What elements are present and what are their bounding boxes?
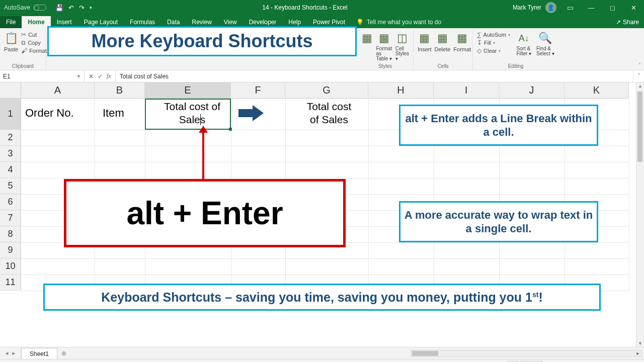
cell-E1-line1[interactable]: Total cost of [152,101,232,113]
vertical-scrollbar[interactable]: ▲ ▼ [636,82,644,347]
save-icon[interactable]: 💾 [55,4,63,12]
insert-label: Insert [418,46,432,52]
row-header-4[interactable]: 4 [0,162,21,178]
cell-B1[interactable]: Item [103,107,124,120]
tip1-text: alt + Enter adds a Line Break within a c… [404,112,594,139]
cut-button[interactable]: ✂Cut [21,31,47,38]
format-as-table-button[interactable]: ▦Format asTable ▾ [376,31,392,61]
paste-label: Paste [4,46,18,52]
format-button[interactable]: ▦Format [453,31,471,52]
add-sheet-button[interactable]: ⊕ [57,347,70,359]
col-header-B[interactable]: B [95,82,145,99]
col-header-J[interactable]: J [499,82,565,99]
user-name: Mark Tyrer [513,4,541,11]
clear-button[interactable]: ◇Clear▾ [477,47,512,54]
row-header-11[interactable]: 11 [0,275,21,291]
avatar-icon: 👤 [545,2,556,13]
minimize-icon: — [588,4,595,12]
row-header-2[interactable]: 2 [0,130,21,146]
undo-icon[interactable]: ↶ [68,4,74,12]
ribbon-group-cells: ▦Insert ▦Delete ▦Format Cells [414,30,473,70]
cell-G1-line1[interactable]: Total cost [289,101,369,113]
find-select-button[interactable]: 🔍Find &Select ▾ [536,31,554,56]
sheet-next-icon: ► [12,350,17,356]
accept-formula-icon[interactable]: ✓ [98,73,103,80]
copy-button[interactable]: ⧉Copy [21,39,47,46]
col-header-E[interactable]: E [145,82,231,99]
tell-me-search[interactable]: 💡 Tell me what you want to do [351,16,446,28]
tab-file[interactable]: File [0,16,22,28]
expand-formula-bar-button[interactable]: ˅ [633,70,644,82]
col-header-F[interactable]: F [231,82,285,99]
horizontal-scrollbar[interactable]: ◄ ► [411,350,642,357]
cut-icon: ✂ [21,31,26,38]
conditional-formatting-button[interactable]: ▦ [361,31,373,45]
scroll-down-icon[interactable]: ▼ [636,341,644,346]
user-area[interactable]: Mark Tyrer 👤 [513,2,559,13]
sheet-prev-icon: ◄ [5,350,10,356]
cells-group-label: Cells [418,63,468,69]
col-header-I[interactable]: I [434,82,499,99]
delete-button[interactable]: ▦Delete [435,31,451,52]
cell-styles-button[interactable]: ◫CellStyles ▾ [395,31,409,61]
find-icon: 🔍 [538,31,552,45]
row-header-10[interactable]: 10 [0,258,21,275]
worksheet-grid[interactable]: ABEFGHIJK 1234567891011 Order No. Item T… [0,82,644,347]
scroll-thumb[interactable] [637,92,642,162]
sheet-nav[interactable]: ◄► [0,347,21,359]
close-icon: ✕ [631,4,636,12]
formula-input[interactable]: Total cost of Sales [116,70,633,82]
row-header-3[interactable]: 3 [0,146,21,162]
format-painter-label: Format [29,48,47,54]
document-title: 14 - Keyboard Shortcuts - Excel [97,4,513,11]
name-box[interactable]: E1 ▼ [0,70,85,82]
format-icon: ▦ [457,31,467,45]
row-header-6[interactable]: 6 [0,194,21,210]
insert-button[interactable]: ▦Insert [418,31,432,52]
row-header-1[interactable]: 1 [0,99,21,130]
row-header-7[interactable]: 7 [0,210,21,226]
format-painter-button[interactable]: 🖌Format [21,47,47,54]
qat-dropdown-icon[interactable]: ▾ [90,5,92,10]
banner-title-box: More Keyboard Shortcuts [47,26,357,56]
sheet-tab-sheet1[interactable]: Sheet1 [21,348,57,359]
cut-label: Cut [28,32,37,38]
fx-icon[interactable]: fx [107,72,111,80]
hscroll-right-icon[interactable]: ► [634,350,641,356]
tab-home[interactable]: Home [22,16,50,28]
select-all-corner[interactable] [0,82,21,99]
cancel-formula-icon[interactable]: ✕ [89,73,94,80]
copy-label: Copy [28,40,41,46]
lightbulb-icon: 💡 [356,19,364,26]
col-header-K[interactable]: K [565,82,629,99]
sort-filter-button[interactable]: A↓Sort &Filter ▾ [515,31,533,56]
row-header-8[interactable]: 8 [0,226,21,242]
cell-A1[interactable]: Order No. [25,107,74,120]
col-header-A[interactable]: A [21,82,95,99]
fill-button[interactable]: ↧Fill▾ [477,39,512,46]
row-header-5[interactable]: 5 [0,178,21,194]
collapse-ribbon-button[interactable]: ˄ [638,62,641,68]
autosum-button[interactable]: ∑AutoSum▾ [477,31,512,38]
cell-styles-icon: ◫ [397,31,408,45]
ribbon-options-button[interactable]: ▭ [559,0,581,15]
col-header-H[interactable]: H [368,82,434,99]
row-header-9[interactable]: 9 [0,242,21,258]
format-label: Format [453,46,471,52]
hscroll-thumb[interactable] [412,351,438,356]
autosave-toggle[interactable]: AutoSave [0,4,50,11]
sigma-icon: ∑ [477,31,481,38]
table-icon: ▦ [379,31,389,45]
minimize-button[interactable]: — [581,0,602,15]
maximize-button[interactable]: ◻ [602,0,623,15]
title-bar: AutoSave 💾 ↶ ↷ ▾ 14 - Keyboard Shortcuts… [0,0,644,15]
col-header-G[interactable]: G [285,82,368,99]
cell-G1-line2[interactable]: of Sales [289,114,369,126]
footer-text: Keyboard Shortcuts – saving you time, sa… [101,290,542,305]
paste-button[interactable]: 📋 Paste [4,31,18,52]
cell-E1-line2[interactable]: Sales [152,114,232,126]
scroll-up-icon[interactable]: ▲ [636,83,644,88]
share-button[interactable]: ↗ Share [611,16,644,28]
close-button[interactable]: ✕ [623,0,644,15]
redo-icon[interactable]: ↷ [79,4,85,12]
